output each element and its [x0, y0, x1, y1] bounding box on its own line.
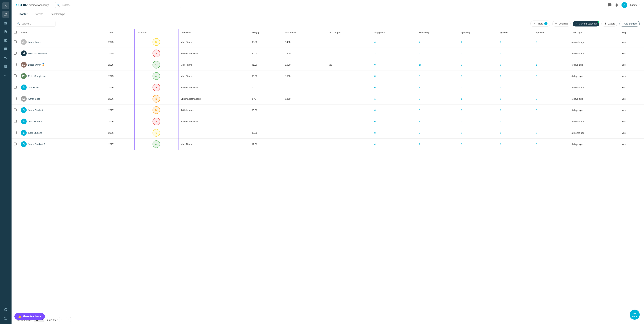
- row-checkbox[interactable]: [14, 131, 16, 134]
- following-link[interactable]: 3: [419, 98, 420, 100]
- applying-link[interactable]: 0: [461, 132, 462, 134]
- header-search-input[interactable]: [55, 2, 181, 8]
- suggested-link[interactable]: 1: [374, 98, 376, 100]
- following-link[interactable]: 19: [419, 64, 422, 66]
- row-checkbox[interactable]: [14, 97, 16, 100]
- applying-link[interactable]: 0: [461, 109, 462, 112]
- row-checkbox[interactable]: [14, 63, 16, 66]
- suggested-link[interactable]: 6: [374, 109, 376, 112]
- sidebar-item-announcements[interactable]: [2, 54, 9, 61]
- sidebar-item-dashboard[interactable]: [2, 20, 9, 27]
- row-checkbox[interactable]: [14, 40, 16, 43]
- applied-link[interactable]: 0: [536, 41, 537, 44]
- current-students-button[interactable]: Current Students: [573, 21, 599, 27]
- applied-link[interactable]: 0: [536, 109, 537, 112]
- student-name-link[interactable]: Tim Smith: [28, 86, 38, 89]
- applied-link[interactable]: 0: [536, 120, 537, 123]
- queued-link[interactable]: 0: [500, 64, 501, 66]
- prev-page-button[interactable]: ‹: [59, 317, 64, 322]
- suggested-link[interactable]: 0: [374, 64, 376, 66]
- sidebar-item-calendar[interactable]: [2, 37, 9, 44]
- sidebar-item-logout[interactable]: [2, 315, 9, 322]
- user-badge[interactable]: S Shadow ▾: [622, 2, 640, 8]
- following-link[interactable]: 7: [419, 41, 420, 44]
- suggested-link[interactable]: 0: [374, 132, 376, 134]
- queued-link[interactable]: 0: [500, 120, 501, 123]
- student-name-link[interactable]: Kate Student: [28, 132, 42, 134]
- export-button[interactable]: Export: [602, 21, 617, 27]
- student-name-link[interactable]: Josh Student: [28, 120, 42, 123]
- tab-scholarships[interactable]: Scholarships: [47, 10, 68, 18]
- applying-link[interactable]: 0: [461, 52, 462, 55]
- following-link[interactable]: 1: [419, 86, 420, 89]
- student-name-link[interactable]: Dino McDemoson: [28, 52, 47, 55]
- applied-link[interactable]: 1: [536, 64, 537, 66]
- tab-parents[interactable]: Parents: [31, 10, 47, 18]
- queued-link[interactable]: 0: [500, 109, 501, 112]
- next-page-button[interactable]: ›: [66, 317, 71, 322]
- share-feedback-button[interactable]: 👍 Share feedback: [14, 313, 45, 320]
- row-checkbox[interactable]: [14, 120, 16, 123]
- sidebar-item-more[interactable]: ···: [2, 71, 9, 79]
- applied-link[interactable]: 0: [536, 98, 537, 100]
- sidebar-item-users[interactable]: [2, 11, 9, 18]
- queued-link[interactable]: 0: [500, 143, 501, 146]
- applied-link[interactable]: 0: [536, 52, 537, 55]
- row-checkbox[interactable]: [14, 86, 16, 89]
- queued-link[interactable]: 0: [500, 75, 501, 78]
- notifications-button[interactable]: [615, 3, 618, 7]
- suggested-link[interactable]: 0: [374, 75, 376, 78]
- row-checkbox[interactable]: [14, 52, 16, 55]
- following-link[interactable]: 7: [419, 132, 420, 134]
- messages-button[interactable]: [608, 3, 612, 7]
- applying-link[interactable]: 0: [461, 120, 462, 123]
- sidebar-item-globe[interactable]: [2, 306, 9, 313]
- sidebar-item-home[interactable]: ⌂: [2, 2, 9, 9]
- columns-button[interactable]: Columns: [552, 21, 570, 27]
- applying-link[interactable]: 1: [461, 41, 462, 44]
- applying-link[interactable]: 9: [461, 64, 462, 66]
- applying-link[interactable]: 0: [461, 86, 462, 89]
- queued-link[interactable]: 0: [500, 86, 501, 89]
- following-link[interactable]: 3: [419, 109, 420, 112]
- add-student-button[interactable]: + Add Student: [620, 21, 640, 27]
- sidebar-item-contacts[interactable]: [2, 46, 9, 53]
- following-link[interactable]: 9: [419, 75, 420, 78]
- applying-link[interactable]: 1: [461, 98, 462, 100]
- queued-link[interactable]: 0: [500, 98, 501, 100]
- sidebar-item-reports[interactable]: [2, 63, 9, 70]
- row-checkbox[interactable]: [14, 109, 16, 111]
- queued-link[interactable]: 0: [500, 41, 501, 44]
- tab-roster[interactable]: Roster: [16, 10, 31, 18]
- suggested-link[interactable]: 2: [374, 52, 376, 55]
- applied-link[interactable]: 0: [536, 86, 537, 89]
- queued-link[interactable]: 0: [500, 52, 501, 55]
- suggested-link[interactable]: 4: [374, 143, 376, 146]
- applied-link[interactable]: 0: [536, 75, 537, 78]
- student-name-link[interactable]: Jaymi Student: [28, 109, 43, 112]
- applying-link[interactable]: 0: [461, 75, 462, 78]
- applied-link[interactable]: 0: [536, 143, 537, 146]
- student-name-link[interactable]: Lucas Owen 🏅: [28, 63, 45, 66]
- sidebar-item-documents[interactable]: [2, 28, 9, 35]
- applied-link[interactable]: 0: [536, 132, 537, 134]
- roster-search-input[interactable]: [16, 21, 56, 27]
- row-checkbox[interactable]: [14, 143, 16, 145]
- suggested-link[interactable]: 0: [374, 120, 376, 123]
- filters-button[interactable]: Filters 2: [530, 21, 550, 27]
- student-name-link[interactable]: Peter Sampleson: [28, 75, 46, 78]
- following-link[interactable]: 8: [419, 120, 420, 123]
- applying-link[interactable]: 0: [461, 143, 462, 146]
- following-link[interactable]: 9: [419, 143, 420, 146]
- student-name-link[interactable]: Jason Lukes: [28, 41, 41, 44]
- row-checkbox[interactable]: [14, 74, 16, 77]
- select-all-checkbox[interactable]: [14, 31, 16, 34]
- student-name-link[interactable]: Aaron Sosa: [28, 98, 40, 100]
- suggested-link[interactable]: 4: [374, 41, 376, 44]
- following-link[interactable]: 6: [419, 52, 420, 55]
- name-sort-icon[interactable]: ↑: [28, 31, 29, 34]
- student-name-link[interactable]: Jason Student 3: [28, 143, 45, 146]
- help-button[interactable]: ∞ HELP: [630, 309, 640, 320]
- suggested-link[interactable]: 0: [374, 86, 376, 89]
- queued-link[interactable]: 0: [500, 132, 501, 134]
